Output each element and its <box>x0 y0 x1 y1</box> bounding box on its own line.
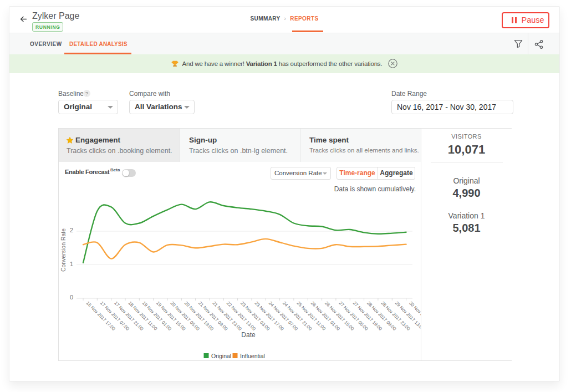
svg-text:1: 1 <box>70 261 73 267</box>
svg-text:0: 0 <box>70 294 73 301</box>
svg-text:Original: Original <box>211 353 231 359</box>
svg-text:Influential: Influential <box>240 353 265 359</box>
svg-text:2: 2 <box>70 227 73 233</box>
svg-text:Conversion Rate: Conversion Rate <box>60 228 67 272</box>
svg-text:Date: Date <box>241 331 256 339</box>
